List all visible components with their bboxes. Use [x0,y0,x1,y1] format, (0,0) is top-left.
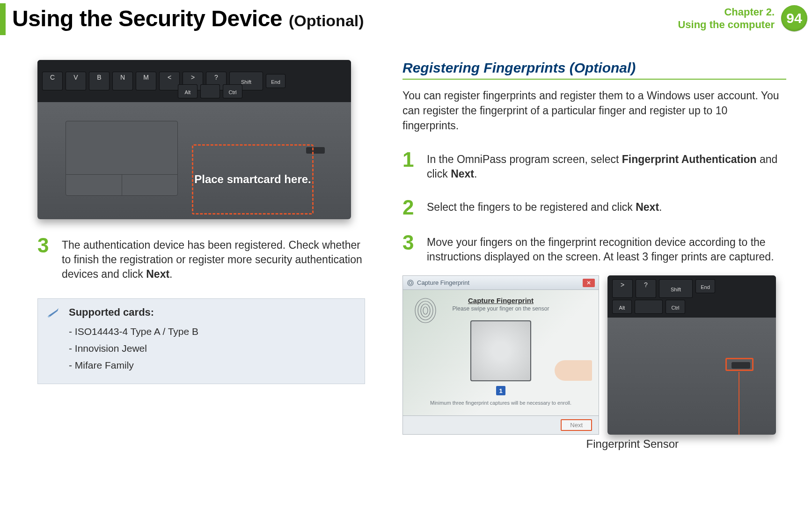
chapter-line-1: Chapter 2. [678,6,775,19]
left-column: C V B N M < > ? Shift End Alt Ctrl Place… [37,60,365,435]
smartcard-zone-label: Place smartcard here. [194,172,311,186]
key: N [112,72,133,90]
dialog-body: Capture Fingerprint Please swipe your fi… [403,290,599,412]
chapter-label: Chapter 2. Using the computer [678,6,775,31]
laptop-corner-illustration: > ? Shift End Alt Ctrl [607,275,776,435]
key: < [159,72,180,90]
dialog-heading: Capture Fingerprint [412,296,589,304]
key: > [612,279,633,298]
page-title: Using the Security Device [12,6,282,31]
bottom-illustration-row: Capture Fingerprint ✕ Capture Fingerprin… [402,275,786,435]
page-header: Using the Security Device (Optional) Cha… [0,0,812,37]
step-text-segment: . [169,268,172,280]
fingerprint-sensor-highlight [725,358,753,371]
callout-leader-line [739,372,739,435]
svg-point-1 [409,282,412,284]
step-text-segment: The authentication device has been regis… [62,239,362,280]
keyboard-row-corner-2: Alt Ctrl [612,300,685,314]
right-step-2: 2 Select the fingers to be registered an… [402,198,786,217]
hand-illustration [555,360,592,381]
key-alt: Alt [612,300,632,314]
note-title: Supported cards: [69,306,354,319]
left-step-3: 3 The authentication device has been reg… [37,236,365,282]
key: V [66,72,86,90]
right-step-3: 3 Move your fingers on the fingerprint r… [402,233,786,264]
key-ctrl: Ctrl [666,300,685,314]
svg-point-0 [408,280,413,286]
capture-counter-badge: 1 [496,386,505,395]
right-step-1: 1 In the OmniPass program screen, select… [402,150,786,181]
header-accent-bar [0,3,6,35]
dialog-title: Capture Fingerprint [417,279,469,286]
step-text-bold: Next [146,268,169,280]
key-end: End [695,279,715,293]
page-title-optional: (Optional) [289,12,364,30]
key: B [89,72,110,90]
smartcard-zone-callout: Place smartcard here. [192,144,314,215]
key-end: End [266,74,285,88]
dialog-titlebar: Capture Fingerprint ✕ [403,276,599,290]
note-item: - ISO14443-4 Type A / Type B [69,323,354,340]
section-title: Registering Fingerprints (Optional) [402,60,786,80]
step-text: The authentication device has been regis… [62,236,365,282]
step-text-segment: . [474,168,477,180]
key-shift: Shift [659,279,693,298]
step-text-segment: In the OmniPass program screen, select [427,153,622,165]
keyboard-row-bottom: Alt Ctrl [178,84,242,98]
step-text: Select the fingers to be registered and … [427,198,662,217]
chapter-line-2: Using the computer [678,18,775,31]
key-blank [635,300,663,314]
step-number: 1 [402,150,417,181]
dialog-next-button[interactable]: Next [561,419,592,431]
page-number-badge: 94 [781,5,807,31]
step-text: Move your fingers on the fingerprint rec… [427,233,786,264]
sensor-preview-box [470,320,531,381]
note-icon [46,307,59,319]
key-alt: Alt [178,84,198,98]
header-right-block: Chapter 2. Using the computer 94 [678,5,812,31]
key: ? [636,279,656,298]
step-number: 3 [37,236,51,282]
step-text-bold: Fingerprint Authentication [622,153,757,165]
key-blank [200,84,220,98]
close-icon[interactable]: ✕ [583,279,595,287]
laptop-illustration: C V B N M < > ? Shift End Alt Ctrl Place… [37,60,351,219]
key: C [42,72,63,90]
key: M [136,72,156,90]
content-area: C V B N M < > ? Shift End Alt Ctrl Place… [0,37,812,435]
key-ctrl: Ctrl [223,84,242,98]
fingerprint-sensor-label: Fingerprint Sensor [586,437,679,451]
note-item: - Innovision Jewel [69,340,354,357]
note-item: - Mifare Family [69,357,354,374]
step-number: 3 [402,233,417,264]
step-number: 2 [402,198,417,217]
step-text: In the OmniPass program screen, select F… [427,150,786,181]
step-text-segment: Select the fingers to be registered and … [427,201,636,213]
capture-fingerprint-dialog: Capture Fingerprint ✕ Capture Fingerprin… [402,275,599,435]
step-text-bold: Next [451,168,474,180]
step-text-segment: . [659,201,662,213]
step-text-bold: Next [636,201,659,213]
section-intro: You can register fingerprints and regist… [402,88,786,133]
touchpad [66,121,178,196]
dialog-footer: Next [403,415,599,434]
fingerprint-icon [407,279,414,287]
right-column: Registering Fingerprints (Optional) You … [402,60,786,435]
supported-cards-note: Supported cards: - ISO14443-4 Type A / T… [37,298,365,384]
dialog-footnote: Minimum three fingerprint captures will … [412,400,589,406]
note-list: - ISO14443-4 Type A / Type B - Innovisio… [69,323,354,373]
dialog-subtext: Please swipe your finger on the sensor [412,305,589,312]
